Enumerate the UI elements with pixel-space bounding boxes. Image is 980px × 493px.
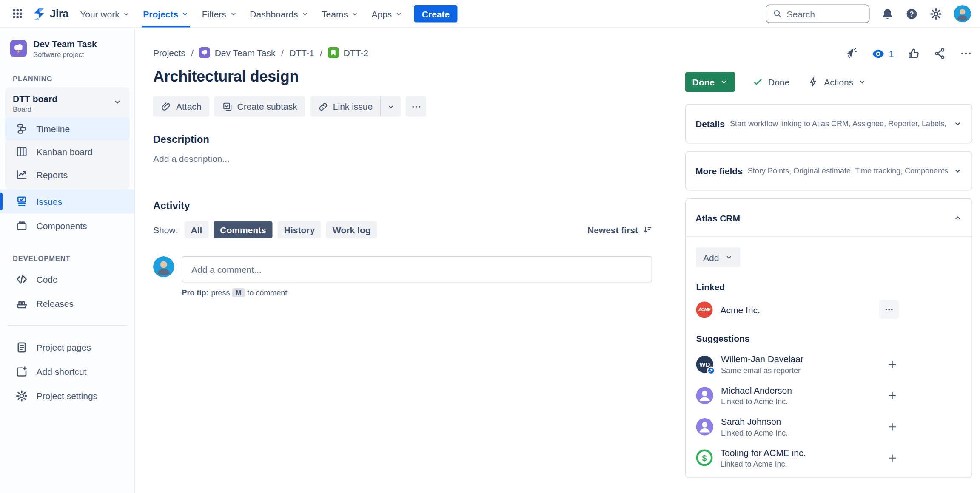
jira-logo-icon [32,7,46,21]
atlas-add-button[interactable]: Add [696,247,740,267]
help-icon[interactable]: ? [906,7,918,20]
jira-issue-page: Jira Your work Projects Filters Dashboar… [0,0,980,493]
ellipsis-icon [410,101,422,112]
description-heading: Description [153,134,652,145]
link-issue-dropdown[interactable] [381,96,401,117]
create-button[interactable]: Create [414,5,457,23]
issue-action-icons: 1 [685,47,972,60]
sidebar-item-add-shortcut[interactable]: Add shortcut [0,360,135,384]
add-suggestion-button[interactable] [886,451,899,465]
toolbar-more-button[interactable] [406,96,426,117]
global-search[interactable] [766,5,870,23]
board-type: Board [13,105,57,113]
suggestion-willem-jan-davelaar[interactable]: WD Willem-Jan Davelaar Same email as rep… [696,353,899,375]
atlas-crm-panel-header[interactable]: Atlas CRM [686,199,972,237]
vote-thumbs-up-icon[interactable] [907,47,920,60]
sort-order-button[interactable]: Newest first [587,225,652,235]
planning-section-label: PLANNING [13,75,135,82]
more-fields-summary: Story Points, Original estimate, Time tr… [748,167,948,176]
issue-main-column: Projects / Dev Team Task / DTT-1 / [153,28,652,493]
more-fields-panel: More fields Story Points, Original estim… [685,151,972,191]
filter-all[interactable]: All [184,221,208,239]
notifications-bell-icon[interactable] [881,7,894,20]
chevron-down-icon [387,102,395,111]
board-name: DTT board [13,94,57,105]
sidebar-item-project-settings[interactable]: Project settings [0,384,135,408]
filter-history[interactable]: History [278,221,321,239]
breadcrumb-projects[interactable]: Projects [153,48,185,58]
person-avatar-icon [696,418,714,435]
filter-work-log[interactable]: Work log [326,221,377,239]
breadcrumb-project[interactable]: Dev Team Task [199,47,276,58]
paperclip-icon [161,101,172,112]
jira-logo[interactable]: Jira [29,7,74,21]
breadcrumb-parent-issue[interactable]: DTT-1 [289,48,314,58]
nav-item-apps[interactable]: Apps [365,0,409,28]
share-icon[interactable] [934,47,946,60]
create-subtask-button[interactable]: Create subtask [214,96,305,117]
breadcrumb-current-issue[interactable]: DTT-2 [328,47,368,58]
issue-toolbar: Attach Create subtask Link issue [153,96,652,117]
linked-item-acme[interactable]: ACME Acme Inc. [696,300,899,319]
app-switcher-icon[interactable] [8,4,27,23]
feedback-megaphone-icon[interactable] [845,47,858,60]
pages-document-icon [15,341,28,354]
activity-filter-row: Show: All Comments History Work log Newe… [153,221,652,239]
sidebar-item-project-pages[interactable]: Project pages [0,335,135,360]
link-issue-button[interactable]: Link issue [310,96,380,117]
watchers-control[interactable]: 1 [872,47,894,60]
user-avatar[interactable] [954,5,971,23]
sidebar-item-components[interactable]: Components [0,214,135,238]
suggestion-michael-anderson[interactable]: Michael Anderson Linked to Acme Inc. [696,385,899,406]
add-suggestion-button[interactable] [886,357,899,371]
suggestion-tooling-for-acme[interactable]: $ Tooling for ACME inc. Linked to Acme I… [696,447,899,469]
plus-icon [887,421,898,432]
releases-ship-icon [15,297,28,310]
atlas-crm-badge-icon [707,366,715,375]
atlas-crm-title: Atlas CRM [695,212,740,223]
breadcrumb-separator: / [320,48,322,58]
nav-item-projects[interactable]: Projects [137,0,195,28]
board-switcher[interactable]: DTT board Board [5,93,130,118]
nav-item-teams[interactable]: Teams [315,0,365,28]
plus-icon [887,359,898,370]
linked-item-more-button[interactable] [879,300,899,319]
search-input[interactable] [787,8,863,19]
nav-item-filters[interactable]: Filters [196,0,244,28]
subtask-icon [222,101,233,112]
sidebar-item-reports[interactable]: Reports [5,163,130,186]
chevron-down-icon [858,78,867,86]
suggestion-sarah-johnson[interactable]: Sarah Johnson Linked to Acme Inc. [696,416,899,437]
status-dropdown-button[interactable]: Done [685,72,735,92]
sort-descending-icon [643,225,652,235]
comment-input[interactable] [182,256,652,283]
sidebar-item-code[interactable]: Code [0,267,135,292]
project-header[interactable]: Dev Team Task Software project [0,39,135,58]
nav-item-dashboards[interactable]: Dashboards [243,0,315,28]
settings-gear-icon[interactable] [930,7,943,20]
actions-dropdown-button[interactable]: Actions [808,76,867,88]
sidebar-item-issues[interactable]: Issues [0,190,135,214]
reports-chart-icon [15,168,28,181]
more-actions-icon[interactable] [960,47,972,60]
attach-button[interactable]: Attach [153,96,209,117]
add-suggestion-button[interactable] [886,388,899,402]
add-suggestion-button[interactable] [886,420,899,434]
nav-item-your-work[interactable]: Your work [74,0,137,28]
description-placeholder[interactable]: Add a description... [153,154,652,164]
chevron-down-icon [720,78,728,86]
story-type-icon [328,47,339,58]
svg-text:?: ? [910,10,914,17]
link-icon [318,101,329,112]
details-panel-header[interactable]: Details Start workflow linking to Atlas … [686,105,972,143]
sidebar-item-timeline[interactable]: Timeline [5,117,130,140]
search-icon [773,9,783,19]
more-fields-panel-header[interactable]: More fields Story Points, Original estim… [686,152,972,190]
filter-comments[interactable]: Comments [214,221,273,239]
chevron-down-icon [182,10,189,17]
sidebar-item-kanban-board[interactable]: Kanban board [5,140,130,163]
sidebar-divider [8,325,127,326]
chevron-down-icon [351,10,359,17]
sidebar-item-releases[interactable]: Releases [0,292,135,316]
details-title: Details [695,119,725,129]
